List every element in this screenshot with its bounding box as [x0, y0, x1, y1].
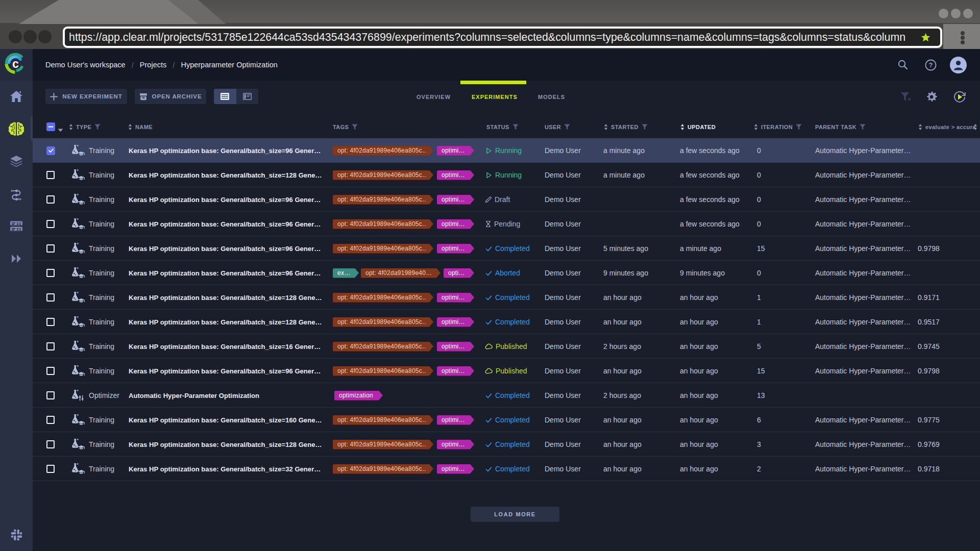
svg-text:?: ?	[929, 61, 933, 69]
svg-text:c: c	[12, 57, 19, 70]
